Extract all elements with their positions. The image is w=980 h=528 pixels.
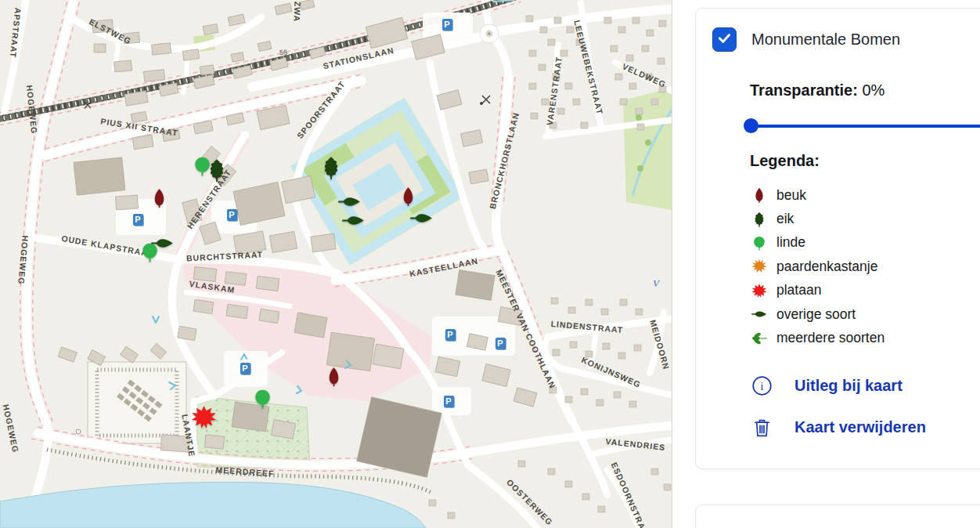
svg-text:i: i: [761, 381, 764, 392]
layer-title: Monumentale Bomen: [751, 31, 900, 49]
legend-item-overige-soort: overige soort: [750, 302, 885, 326]
water-label: V: [653, 277, 659, 290]
layer-panel: Monumentale Bomen Transparantie: 0% Lege…: [672, 0, 980, 528]
parking-icon: P: [445, 329, 456, 341]
transparency-value: 0%: [862, 81, 885, 99]
info-icon: i: [751, 375, 773, 396]
transparency-slider-handle[interactable]: [744, 118, 758, 133]
basemap-graphic: [0, 0, 672, 528]
legend-list: beuk eik linde paardenkastanje plataan o…: [750, 183, 885, 350]
tree-marker-beuk[interactable]: [398, 186, 418, 209]
map-canvas[interactable]: APSTRAATELSTWEGZWASTATIONSLAANSPOORSTRAA…: [0, 0, 672, 528]
legend-item-eik: eik: [750, 207, 885, 230]
tree-marker-overige[interactable]: [342, 209, 365, 235]
transparency-label: Transparantie: 0%: [750, 81, 885, 99]
beuk-leaf-icon: [750, 187, 769, 203]
tree-marker-linde[interactable]: [252, 388, 273, 412]
legend-item-beuk: beuk: [750, 183, 885, 207]
tree-marker-linde[interactable]: [139, 241, 160, 266]
map-viewer-app: APSTRAATELSTWEGZWASTATIONSLAANSPOORSTRAA…: [0, 0, 980, 528]
legend-item-paardenkastanje: paardenkastanje: [750, 255, 885, 278]
legend-item-plataan: plataan: [750, 279, 885, 302]
parking-icon: P: [227, 209, 237, 221]
parking-icon: P: [442, 19, 452, 31]
parking-icon: P: [444, 396, 454, 407]
legend-item-meerdere-soorten: meerdere soorten: [750, 326, 885, 349]
tree-marker-beuk[interactable]: [324, 367, 344, 389]
next-collapsed-card[interactable]: [695, 504, 980, 528]
layer-checkbox[interactable]: [712, 27, 737, 52]
linde-leaf-icon: [750, 235, 769, 251]
tree-marker-beuk[interactable]: [150, 188, 169, 211]
overige-soort-leaf-icon: [750, 306, 769, 322]
house-number-label: 56: [279, 49, 288, 57]
legend-item-linde: linde: [750, 231, 885, 255]
checkmark-icon: [716, 30, 733, 49]
parking-icon: P: [133, 214, 143, 226]
paardenkastanje-leaf-icon: [750, 259, 769, 274]
map-explanation-link[interactable]: i Uitleg bij kaart: [751, 375, 903, 396]
layer-toggle-row: Monumentale Bomen: [712, 27, 900, 52]
tree-marker-overige[interactable]: [410, 207, 433, 233]
trash-icon: [751, 417, 773, 438]
meerdere-soorten-leaf-icon: [750, 331, 769, 346]
legend-heading: Legenda:: [750, 152, 820, 170]
tree-marker-eik[interactable]: [319, 156, 343, 183]
plataan-leaf-icon: [750, 283, 769, 298]
tree-marker-eik[interactable]: [205, 158, 229, 185]
eik-leaf-icon: [750, 212, 769, 227]
transparency-slider[interactable]: [751, 125, 980, 128]
parking-icon: P: [495, 338, 506, 349]
parking-icon: P: [240, 363, 250, 374]
remove-map-link[interactable]: Kaart verwijderen: [751, 417, 926, 438]
monumentale-bomen-card: Monumentale Bomen Transparantie: 0% Lege…: [695, 8, 980, 469]
tree-marker-plataan[interactable]: [191, 404, 217, 433]
street-label: ZWA: [293, 2, 303, 23]
